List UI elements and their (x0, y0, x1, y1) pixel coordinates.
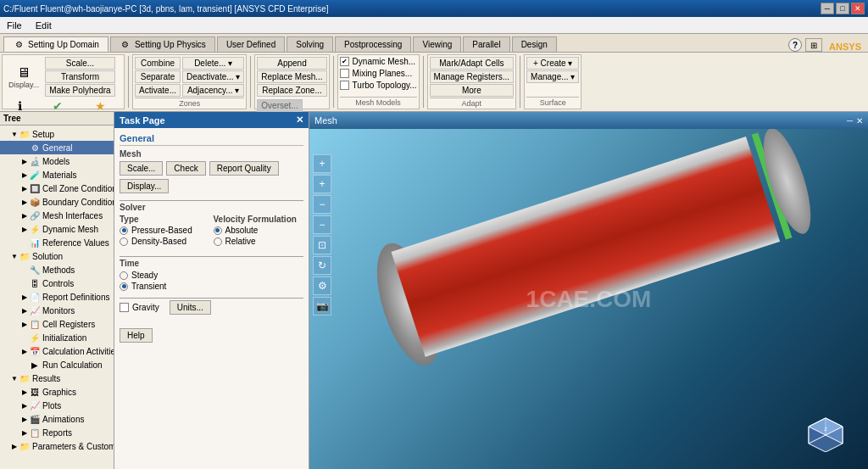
task-report-quality-button[interactable]: Report Quality (209, 161, 279, 176)
mark-adapt-button[interactable]: Mark/Adapt Cells (430, 57, 515, 70)
tree-item-plots[interactable]: ▶ 📈 Plots (0, 399, 114, 412)
tree-item-graphics[interactable]: ▶ 🖼 Graphics (0, 385, 114, 399)
mixing-planes-checkbox[interactable] (340, 69, 349, 78)
transform-button[interactable]: Transform (45, 70, 114, 83)
rotate-button[interactable]: ↻ (313, 256, 331, 275)
tree-item-cell-zone[interactable]: ▶ 🔲 Cell Zone Conditions (0, 181, 114, 195)
grid-icon[interactable]: ⊞ (805, 38, 822, 52)
tree-item-dynamic-mesh[interactable]: ▶ ⚡ Dynamic Mesh (0, 222, 114, 236)
tree-item-run-calculation[interactable]: ▶ Run Calculation (0, 358, 114, 371)
task-display-button[interactable]: Display... (120, 179, 169, 193)
relative-dot[interactable] (214, 237, 222, 246)
adapt-more-button[interactable]: More (430, 84, 515, 97)
gravity-units-button[interactable]: Units... (170, 300, 211, 315)
tree-item-monitors[interactable]: ▶ 📈 Monitors (0, 304, 114, 317)
steady-radio[interactable]: Steady (120, 271, 303, 280)
menu-file[interactable]: File (0, 17, 29, 33)
minimize-button[interactable]: ─ (821, 3, 834, 14)
task-check-button[interactable]: Check (166, 161, 205, 176)
deactivate-button[interactable]: Deactivate... ▾ (182, 70, 244, 83)
tree-item-report-defs[interactable]: ▶ 📄 Report Definitions (0, 290, 114, 304)
viewport-3d[interactable]: + + − − ⊡ ↻ ⚙ 📷 1CAE.COM (309, 129, 868, 469)
zoom-out-button[interactable]: − (313, 195, 331, 214)
turbo-topology-checkbox-item[interactable]: Turbo Topology... (340, 81, 417, 90)
tree-item-parameters[interactable]: ▶ 📁 Parameters & Customiz... (0, 439, 114, 453)
tree-item-cell-registers[interactable]: ▶ 📋 Cell Registers (0, 317, 114, 331)
menu-edit[interactable]: Edit (29, 17, 58, 33)
mixing-planes-checkbox-item[interactable]: Mixing Planes... (340, 69, 417, 78)
scale-button[interactable]: Scale... (45, 57, 114, 70)
tree-item-calc-activities[interactable]: ▶ 📅 Calculation Activities (0, 344, 114, 358)
relative-radio[interactable]: Relative (214, 237, 304, 246)
density-based-radio[interactable]: Density-Based (120, 237, 210, 246)
camera-button[interactable]: 📷 (313, 297, 331, 315)
pressure-based-dot[interactable] (120, 226, 128, 235)
tree-item-solution[interactable]: ▼ 📁 Solution (0, 249, 114, 263)
tree-item-general[interactable]: ⚙ General (0, 141, 114, 154)
absolute-dot[interactable] (214, 226, 222, 235)
tree-item-reports[interactable]: ▶ 📋 Reports (0, 426, 114, 439)
tree-item-models[interactable]: ▶ 🔬 Models (0, 154, 114, 168)
settings-button[interactable]: ⚙ (313, 276, 331, 295)
tree-item-animations[interactable]: ▶ 🎬 Animations (0, 412, 114, 426)
fit-view-button[interactable]: ⊡ (313, 236, 331, 254)
replace-mesh-button[interactable]: Replace Mesh... (257, 70, 326, 83)
absolute-radio[interactable]: Absolute (214, 226, 304, 235)
pressure-based-radio[interactable]: Pressure-Based (120, 226, 210, 235)
gravity-checkbox[interactable] (120, 303, 129, 312)
display-button[interactable]: 🖥 Display... (4, 63, 43, 92)
zoom-in-2-button[interactable]: + (313, 175, 331, 193)
tree-container[interactable]: ▼ 📁 Setup ⚙ General ▶ 🔬 Models (0, 126, 114, 469)
maximize-button[interactable]: □ (836, 3, 849, 14)
overset-button[interactable]: Overset... (257, 99, 302, 112)
transient-radio[interactable]: Transient (120, 282, 303, 291)
3d-cylinder (359, 129, 837, 413)
delete-button[interactable]: Delete... ▾ (182, 57, 244, 70)
activate-button[interactable]: Activate... (135, 84, 181, 97)
separator-3 (333, 56, 334, 108)
tab-setup-domain[interactable]: ⚙ Setting Up Domain (3, 36, 108, 52)
viewport-minimize-icon[interactable]: ─ (847, 116, 853, 126)
tree-item-methods[interactable]: 🔧 Methods (0, 263, 114, 276)
density-based-dot[interactable] (120, 237, 128, 246)
manage-registers-button[interactable]: Manage Registers... (430, 70, 515, 83)
create-surface-button[interactable]: + Create ▾ (526, 57, 579, 70)
turbo-topology-checkbox[interactable] (340, 81, 349, 90)
tab-user-defined[interactable]: User Defined (217, 36, 285, 52)
make-polyhedra-button[interactable]: Make Polyhedra (45, 84, 114, 97)
tab-design[interactable]: Design (512, 36, 557, 52)
transient-dot[interactable] (120, 282, 128, 291)
tree-item-mesh-interfaces[interactable]: ▶ 🔗 Mesh Interfaces (0, 209, 114, 222)
close-button[interactable]: ✕ (851, 3, 865, 14)
zoom-out-2-button[interactable]: − (313, 215, 331, 234)
tree-item-initialization[interactable]: ⚡ Initialization (0, 331, 114, 344)
viewport-close-icon[interactable]: ✕ (856, 116, 863, 126)
solver-subsection-title: Solver (120, 203, 303, 212)
parameters-folder-icon: 📁 (19, 440, 31, 452)
steady-dot[interactable] (120, 271, 128, 280)
dynamic-mesh-checkbox-item[interactable]: ✔ Dynamic Mesh... (340, 57, 417, 66)
tree-item-controls[interactable]: 🎛 Controls (0, 276, 114, 290)
task-scale-button[interactable]: Scale... (120, 161, 163, 176)
tab-solving[interactable]: Solving (287, 36, 333, 52)
combine-button[interactable]: Combine (135, 57, 181, 70)
tab-setup-physics[interactable]: ⚙ Setting Up Physics (110, 36, 215, 52)
tab-parallel[interactable]: Parallel (463, 36, 509, 52)
tree-item-materials[interactable]: ▶ 🧪 Materials (0, 168, 114, 181)
tab-postprocessing[interactable]: Postprocessing (335, 36, 411, 52)
manage-surface-button[interactable]: Manage... ▾ (526, 70, 579, 83)
replace-zone-button[interactable]: Replace Zone... (257, 84, 326, 97)
task-page-close-icon[interactable]: ✕ (296, 114, 303, 126)
zoom-in-button[interactable]: + (313, 154, 331, 173)
help-icon[interactable]: ? (788, 38, 802, 52)
separate-button[interactable]: Separate (135, 70, 181, 83)
tree-item-boundary[interactable]: ▶ 📦 Boundary Conditions (0, 195, 114, 209)
help-button[interactable]: Help (120, 328, 153, 343)
tree-item-results[interactable]: ▼ 📁 Results (0, 371, 114, 385)
tree-item-reference-values[interactable]: 📊 Reference Values (0, 236, 114, 249)
tab-viewing[interactable]: Viewing (413, 36, 461, 52)
adjacency-button[interactable]: Adjacency... ▾ (182, 84, 244, 97)
tree-item-setup[interactable]: ▼ 📁 Setup (0, 127, 114, 141)
append-button[interactable]: Append (257, 57, 326, 70)
dynamic-mesh-checkbox[interactable]: ✔ (340, 57, 349, 66)
